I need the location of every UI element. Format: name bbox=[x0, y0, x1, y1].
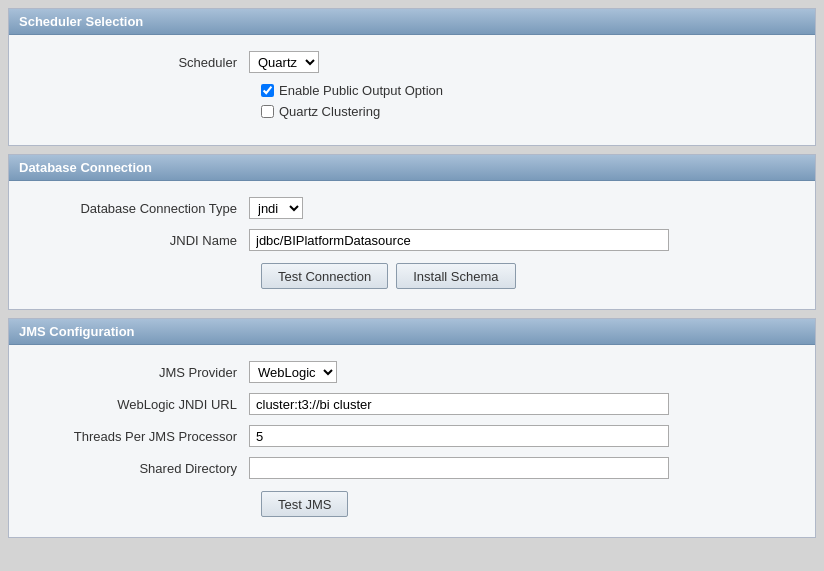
jndi-name-input[interactable] bbox=[249, 229, 669, 251]
threads-row: Threads Per JMS Processor bbox=[29, 425, 795, 447]
quartz-clustering-row: Quartz Clustering bbox=[261, 104, 795, 119]
threads-input[interactable] bbox=[249, 425, 669, 447]
shared-directory-input-wrapper bbox=[249, 457, 669, 479]
jms-provider-row: JMS Provider WebLogic bbox=[29, 361, 795, 383]
database-section-header: Database Connection bbox=[9, 155, 815, 181]
jms-provider-select-wrapper: WebLogic bbox=[249, 361, 669, 383]
enable-public-row: Enable Public Output Option bbox=[261, 83, 795, 98]
jms-section-title: JMS Configuration bbox=[19, 324, 135, 339]
jms-button-row: Test JMS bbox=[261, 491, 795, 517]
connection-type-label: Database Connection Type bbox=[29, 201, 249, 216]
database-button-row: Test Connection Install Schema bbox=[261, 263, 795, 289]
database-section-body: Database Connection Type jndi jdbc JNDI … bbox=[9, 181, 815, 309]
database-section: Database Connection Database Connection … bbox=[8, 154, 816, 310]
page-wrapper: Scheduler Selection Scheduler Quartz Ena… bbox=[0, 0, 824, 571]
scheduler-select-wrapper: Quartz bbox=[249, 51, 669, 73]
weblogic-jndi-url-label: WebLogic JNDI URL bbox=[29, 397, 249, 412]
jms-section-body: JMS Provider WebLogic WebLogic JNDI URL … bbox=[9, 345, 815, 537]
threads-label: Threads Per JMS Processor bbox=[29, 429, 249, 444]
scheduler-select[interactable]: Quartz bbox=[249, 51, 319, 73]
scheduler-section-header: Scheduler Selection bbox=[9, 9, 815, 35]
scheduler-row: Scheduler Quartz bbox=[29, 51, 795, 73]
jms-provider-select[interactable]: WebLogic bbox=[249, 361, 337, 383]
weblogic-jndi-url-input[interactable] bbox=[249, 393, 669, 415]
jndi-name-row: JNDI Name bbox=[29, 229, 795, 251]
test-connection-button[interactable]: Test Connection bbox=[261, 263, 388, 289]
quartz-clustering-checkbox[interactable] bbox=[261, 105, 274, 118]
jms-section-header: JMS Configuration bbox=[9, 319, 815, 345]
quartz-clustering-label: Quartz Clustering bbox=[279, 104, 380, 119]
shared-directory-input[interactable] bbox=[249, 457, 669, 479]
scheduler-section-title: Scheduler Selection bbox=[19, 14, 143, 29]
scheduler-label: Scheduler bbox=[29, 55, 249, 70]
shared-directory-label: Shared Directory bbox=[29, 461, 249, 476]
jndi-name-label: JNDI Name bbox=[29, 233, 249, 248]
weblogic-jndi-url-row: WebLogic JNDI URL bbox=[29, 393, 795, 415]
connection-type-row: Database Connection Type jndi jdbc bbox=[29, 197, 795, 219]
jms-section: JMS Configuration JMS Provider WebLogic … bbox=[8, 318, 816, 538]
threads-input-wrapper bbox=[249, 425, 669, 447]
jndi-name-input-wrapper bbox=[249, 229, 669, 251]
shared-directory-row: Shared Directory bbox=[29, 457, 795, 479]
enable-public-label: Enable Public Output Option bbox=[279, 83, 443, 98]
connection-type-select-wrapper: jndi jdbc bbox=[249, 197, 669, 219]
database-section-title: Database Connection bbox=[19, 160, 152, 175]
test-jms-button[interactable]: Test JMS bbox=[261, 491, 348, 517]
scheduler-section-body: Scheduler Quartz Enable Public Output Op… bbox=[9, 35, 815, 145]
scheduler-section: Scheduler Selection Scheduler Quartz Ena… bbox=[8, 8, 816, 146]
weblogic-jndi-url-input-wrapper bbox=[249, 393, 669, 415]
enable-public-checkbox[interactable] bbox=[261, 84, 274, 97]
connection-type-select[interactable]: jndi jdbc bbox=[249, 197, 303, 219]
jms-provider-label: JMS Provider bbox=[29, 365, 249, 380]
install-schema-button[interactable]: Install Schema bbox=[396, 263, 515, 289]
